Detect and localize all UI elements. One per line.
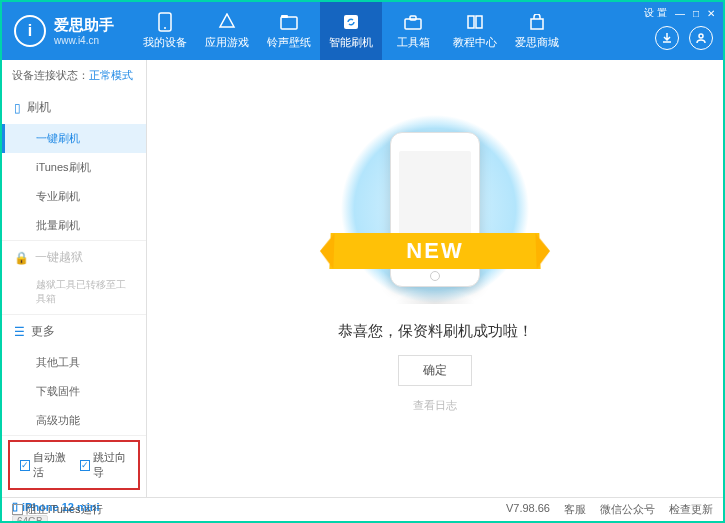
settings-link[interactable]: 设 置 [644,6,667,20]
jailbreak-note: 越狱工具已转移至工具箱 [2,274,146,314]
checkbox-icon [12,504,23,515]
phone-icon [155,12,175,32]
user-button[interactable] [689,26,713,50]
sidebar-item-other-tools[interactable]: 其他工具 [2,348,146,377]
header: i 爱思助手 www.i4.cn 我的设备 应用游戏 铃声壁纸 智能刷机 工具箱… [2,2,723,60]
minimize-icon[interactable]: — [675,8,685,19]
checkbox-row: ✓自动激活 ✓跳过向导 [8,440,140,490]
ok-button[interactable]: 确定 [398,355,472,386]
toolbox-icon [403,12,423,32]
lock-icon: 🔒 [14,251,29,265]
svg-rect-3 [281,15,288,18]
svg-rect-2 [281,17,297,29]
support-link[interactable]: 客服 [564,502,586,517]
wechat-link[interactable]: 微信公众号 [600,502,655,517]
logo-icon: i [14,15,46,47]
phone-icon: ▯ [14,101,21,115]
new-ribbon: NEW [329,233,540,269]
sidebar-item-itunes-flash[interactable]: iTunes刷机 [2,153,146,182]
sidebar-item-advanced[interactable]: 高级功能 [2,406,146,435]
nav-ringtones[interactable]: 铃声壁纸 [258,2,320,60]
sidebar-item-batch-flash[interactable]: 批量刷机 [2,211,146,240]
book-icon [465,12,485,32]
download-button[interactable] [655,26,679,50]
main-content: NEW 恭喜您，保资料刷机成功啦！ 确定 查看日志 [147,60,723,497]
brand-url: www.i4.cn [54,35,114,46]
window-controls: 设 置 — □ ✕ [644,6,715,20]
logo-area: i 爱思助手 www.i4.cn [14,15,114,47]
top-nav: 我的设备 应用游戏 铃声壁纸 智能刷机 工具箱 教程中心 爱思商城 [134,2,568,60]
success-illustration: NEW [350,124,520,304]
more-icon: ☰ [14,325,25,339]
nav-store[interactable]: 爱思商城 [506,2,568,60]
phone-icon [390,132,480,287]
view-log-link[interactable]: 查看日志 [413,398,457,413]
svg-rect-4 [344,15,358,29]
checkbox-block-itunes[interactable]: 阻止iTunes运行 [12,502,103,517]
sidebar-header-flash[interactable]: ▯刷机 [2,91,146,124]
shop-icon [527,12,547,32]
sidebar-header-jailbreak: 🔒一键越狱 [2,241,146,274]
close-icon[interactable]: ✕ [707,8,715,19]
check-icon: ✓ [20,460,30,471]
maximize-icon[interactable]: □ [693,8,699,19]
nav-tutorials[interactable]: 教程中心 [444,2,506,60]
svg-rect-7 [531,19,543,29]
folder-icon [279,12,299,32]
version-label: V7.98.66 [506,502,550,517]
check-update-link[interactable]: 检查更新 [669,502,713,517]
check-icon: ✓ [80,460,90,471]
connection-status: 设备连接状态：正常模式 [2,60,146,91]
checkbox-skip-wizard[interactable]: ✓跳过向导 [80,450,128,480]
svg-point-8 [699,34,703,38]
sidebar-item-download-firmware[interactable]: 下载固件 [2,377,146,406]
brand-name: 爱思助手 [54,16,114,35]
svg-point-1 [164,27,166,29]
sidebar-item-pro-flash[interactable]: 专业刷机 [2,182,146,211]
nav-smart-flash[interactable]: 智能刷机 [320,2,382,60]
checkbox-auto-activate[interactable]: ✓自动激活 [20,450,68,480]
refresh-icon [341,12,361,32]
nav-apps-games[interactable]: 应用游戏 [196,2,258,60]
success-message: 恭喜您，保资料刷机成功啦！ [338,322,533,341]
sidebar: 设备连接状态：正常模式 ▯刷机 一键刷机 iTunes刷机 专业刷机 批量刷机 … [2,60,147,497]
sidebar-item-oneclick-flash[interactable]: 一键刷机 [2,124,146,153]
apps-icon [217,12,237,32]
sidebar-header-more[interactable]: ☰更多 [2,315,146,348]
nav-toolbox[interactable]: 工具箱 [382,2,444,60]
svg-rect-6 [410,16,416,20]
nav-my-device[interactable]: 我的设备 [134,2,196,60]
